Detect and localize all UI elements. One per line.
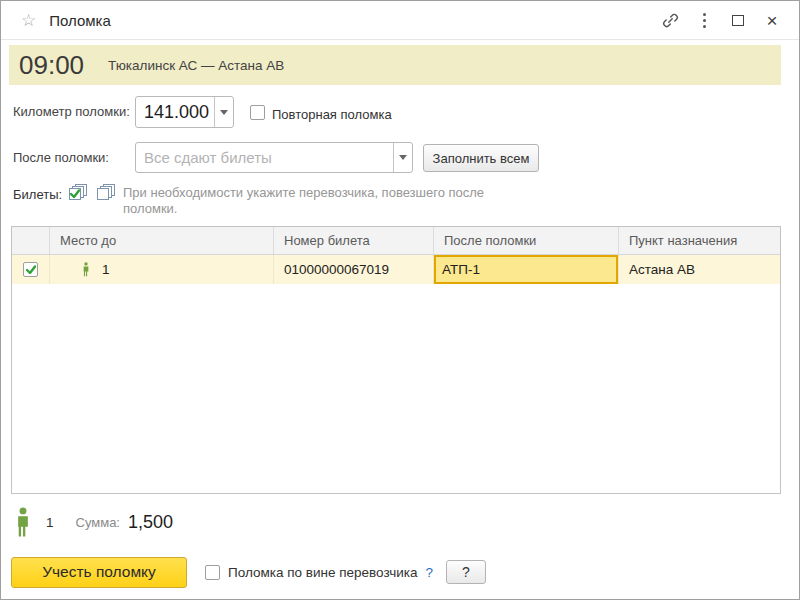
footer: Учесть поломку Поломка по вине перевозчи… bbox=[11, 556, 789, 588]
tickets-label: Билеты: bbox=[13, 187, 62, 202]
uncheck-all-icon[interactable] bbox=[95, 184, 115, 202]
window-title: Поломка bbox=[49, 12, 111, 29]
passenger-count-icon bbox=[13, 507, 33, 538]
after-breakdown-placeholder[interactable]: Все сдают билеты bbox=[136, 143, 393, 172]
favorite-star-icon[interactable]: ☆ bbox=[21, 12, 36, 29]
km-value[interactable]: 141.000 bbox=[136, 97, 214, 127]
breakdown-window: ☆ Поломка × 09:00 Тюкалинск АС — Астана … bbox=[0, 0, 800, 600]
carrier-fault-help-link[interactable]: ? bbox=[425, 565, 433, 580]
maximize-icon[interactable] bbox=[727, 9, 749, 31]
header-seat[interactable]: Место до bbox=[50, 227, 274, 254]
titlebar: ☆ Поломка × bbox=[1, 1, 799, 40]
help-button[interactable]: ? bbox=[446, 560, 486, 584]
sum-label: Сумма: bbox=[76, 515, 120, 530]
after-breakdown-cell-value[interactable]: АТП-1 bbox=[434, 255, 618, 284]
departure-time: 09:00 bbox=[19, 50, 84, 81]
repeat-breakdown-label[interactable]: Повторная поломка bbox=[272, 107, 392, 122]
after-breakdown-label: После поломки: bbox=[13, 150, 109, 165]
after-breakdown-dropdown-button[interactable] bbox=[393, 143, 412, 172]
route-name: Тюкалинск АС — Астана АВ bbox=[108, 58, 284, 73]
seat-value: 1 bbox=[102, 262, 110, 277]
link-icon[interactable] bbox=[659, 9, 681, 31]
more-menu-icon[interactable] bbox=[693, 9, 715, 31]
row-checkbox[interactable] bbox=[23, 262, 38, 277]
header-ticket-number[interactable]: Номер билета bbox=[274, 227, 434, 254]
after-breakdown-cell[interactable]: АТП-1 bbox=[434, 255, 619, 284]
ticket-number-cell[interactable]: 01000000067019 bbox=[274, 255, 434, 284]
carrier-fault-label[interactable]: Поломка по вине перевозчика bbox=[228, 565, 417, 580]
after-breakdown-combo[interactable]: Все сдают билеты bbox=[135, 142, 413, 173]
destination-cell[interactable]: Астана АВ bbox=[619, 255, 780, 284]
submit-breakdown-button[interactable]: Учесть поломку bbox=[11, 557, 187, 588]
km-label: Километр поломки: bbox=[13, 104, 130, 119]
table-empty-area bbox=[12, 284, 780, 493]
summary-bar: 1 Сумма: 1,500 bbox=[13, 504, 173, 540]
route-banner: 09:00 Тюкалинск АС — Астана АВ bbox=[9, 45, 781, 85]
header-after-breakdown[interactable]: После поломки bbox=[434, 227, 619, 254]
passenger-count: 1 bbox=[46, 515, 54, 530]
close-icon[interactable]: × bbox=[761, 9, 783, 31]
header-destination[interactable]: Пункт назначения bbox=[619, 227, 780, 254]
repeat-breakdown-checkbox[interactable] bbox=[250, 105, 265, 120]
passenger-icon bbox=[80, 262, 92, 277]
table-row[interactable]: 1 01000000067019 АТП-1 Астана АВ bbox=[12, 255, 780, 284]
chevron-down-icon bbox=[399, 155, 407, 160]
tickets-hint: При необходимости укажите перевозчика, п… bbox=[123, 185, 523, 217]
fill-all-button[interactable]: Заполнить всем bbox=[423, 144, 539, 172]
check-all-icon[interactable] bbox=[67, 184, 87, 202]
carrier-fault-checkbox[interactable] bbox=[205, 565, 220, 580]
tickets-table: Место до Номер билета После поломки Пунк… bbox=[11, 226, 781, 494]
km-input[interactable]: 141.000 bbox=[135, 96, 234, 128]
km-dropdown-button[interactable] bbox=[214, 97, 233, 127]
header-checkbox-column bbox=[12, 227, 50, 254]
sum-value: 1,500 bbox=[128, 512, 173, 533]
chevron-down-icon bbox=[220, 110, 228, 115]
titlebar-actions: × bbox=[659, 9, 783, 31]
table-header-row: Место до Номер билета После поломки Пунк… bbox=[12, 227, 780, 255]
